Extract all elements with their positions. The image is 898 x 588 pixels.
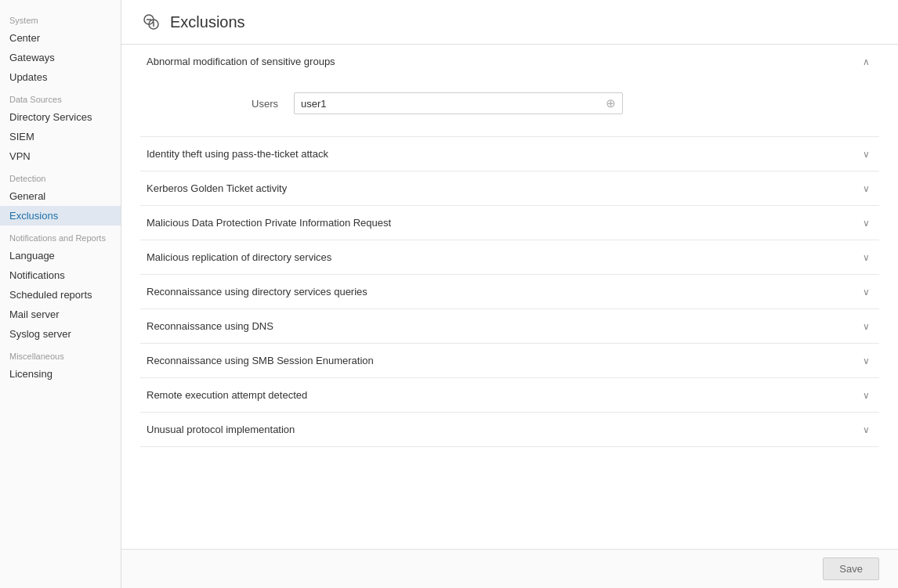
- exclusion-title-malicious-replication: Malicious replication of directory servi…: [147, 251, 331, 263]
- chevron-icon-remote-execution: ∨: [860, 390, 873, 401]
- exclusion-row-recon-smb: Reconnaissance using SMB Session Enumera…: [140, 344, 879, 378]
- exclusion-title-recon-dns: Reconnaissance using DNS: [147, 320, 273, 332]
- exclusion-header-remote-execution[interactable]: Remote execution attempt detected∨: [140, 378, 879, 412]
- exclusion-title-recon-directory-queries: Reconnaissance using directory services …: [147, 286, 368, 298]
- exclusions-icon: [140, 11, 162, 33]
- exclusion-header-identity-theft[interactable]: Identity theft using pass-the-ticket att…: [140, 137, 879, 171]
- exclusion-header-abnormal-modification[interactable]: Abnormal modification of sensitive group…: [140, 45, 879, 78]
- chevron-icon-identity-theft: ∨: [860, 149, 873, 160]
- exclusion-header-recon-dns[interactable]: Reconnaissance using DNS∨: [140, 309, 879, 343]
- exclusion-header-kerberos-golden[interactable]: Kerberos Golden Ticket activity∨: [140, 171, 879, 205]
- page-title: Exclusions: [170, 13, 245, 31]
- sidebar-item-vpn[interactable]: VPN: [0, 146, 121, 166]
- exclusion-title-identity-theft: Identity theft using pass-the-ticket att…: [147, 148, 328, 160]
- sidebar-item-exclusions[interactable]: Exclusions: [0, 206, 121, 225]
- exclusion-row-kerberos-golden: Kerberos Golden Ticket activity∨: [140, 171, 879, 206]
- sidebar-section-label: Notifications and Reports: [0, 225, 121, 246]
- sidebar-item-licensing[interactable]: Licensing: [0, 364, 121, 384]
- sidebar-item-notifications[interactable]: Notifications: [0, 265, 121, 285]
- chevron-icon-unusual-protocol: ∨: [860, 424, 873, 435]
- chevron-icon-recon-smb: ∨: [860, 355, 873, 366]
- content-area: Abnormal modification of sensitive group…: [121, 45, 898, 549]
- exclusion-header-malicious-replication[interactable]: Malicious replication of directory servi…: [140, 240, 879, 274]
- exclusion-row-abnormal-modification: Abnormal modification of sensitive group…: [140, 45, 879, 137]
- exclusion-header-recon-directory-queries[interactable]: Reconnaissance using directory services …: [140, 275, 879, 308]
- sidebar-item-mail-server[interactable]: Mail server: [0, 305, 121, 324]
- field-label-users: Users: [153, 98, 294, 110]
- sidebar: SystemCenterGatewaysUpdatesData SourcesD…: [0, 0, 121, 588]
- sidebar-item-siem[interactable]: SIEM: [0, 127, 121, 146]
- field-input-add-icon[interactable]: ⊕: [606, 96, 616, 110]
- exclusion-expanded-abnormal-modification: Usersuser1⊕: [140, 78, 879, 136]
- field-input-wrap-users[interactable]: user1⊕: [294, 92, 623, 114]
- exclusion-title-remote-execution: Remote execution attempt detected: [147, 389, 307, 401]
- exclusion-title-abnormal-modification: Abnormal modification of sensitive group…: [147, 56, 335, 67]
- sidebar-item-syslog-server[interactable]: Syslog server: [0, 324, 121, 344]
- sidebar-item-center[interactable]: Center: [0, 28, 121, 48]
- main-content: Exclusions Abnormal modification of sens…: [121, 0, 898, 588]
- chevron-icon-abnormal-modification: ∧: [860, 56, 873, 67]
- exclusion-title-recon-smb: Reconnaissance using SMB Session Enumera…: [147, 355, 374, 366]
- sidebar-item-gateways[interactable]: Gateways: [0, 48, 121, 67]
- field-input-value-users: user1: [301, 98, 606, 110]
- exclusion-row-unusual-protocol: Unusual protocol implementation∨: [140, 413, 879, 447]
- chevron-icon-recon-directory-queries: ∨: [860, 287, 873, 298]
- exclusion-header-recon-smb[interactable]: Reconnaissance using SMB Session Enumera…: [140, 344, 879, 377]
- field-row-users: Usersuser1⊕: [140, 86, 879, 121]
- exclusion-row-malicious-data-protection: Malicious Data Protection Private Inform…: [140, 206, 879, 240]
- exclusion-row-identity-theft: Identity theft using pass-the-ticket att…: [140, 137, 879, 171]
- exclusion-row-recon-dns: Reconnaissance using DNS∨: [140, 309, 879, 344]
- sidebar-section-label: Detection: [0, 166, 121, 186]
- page-header: Exclusions: [121, 0, 898, 45]
- chevron-icon-malicious-data-protection: ∨: [860, 218, 873, 229]
- exclusion-row-recon-directory-queries: Reconnaissance using directory services …: [140, 275, 879, 309]
- sidebar-section-label: System: [0, 8, 121, 28]
- chevron-icon-malicious-replication: ∨: [860, 252, 873, 263]
- chevron-icon-recon-dns: ∨: [860, 321, 873, 332]
- exclusion-header-unusual-protocol[interactable]: Unusual protocol implementation∨: [140, 413, 879, 446]
- sidebar-item-scheduled-reports[interactable]: Scheduled reports: [0, 285, 121, 305]
- sidebar-section-label: Miscellaneous: [0, 344, 121, 364]
- sidebar-section-label: Data Sources: [0, 87, 121, 107]
- chevron-icon-kerberos-golden: ∨: [860, 183, 873, 194]
- footer: Save: [121, 549, 898, 588]
- sidebar-item-updates[interactable]: Updates: [0, 67, 121, 87]
- sidebar-item-general[interactable]: General: [0, 186, 121, 206]
- exclusion-row-remote-execution: Remote execution attempt detected∨: [140, 378, 879, 413]
- sidebar-item-directory-services[interactable]: Directory Services: [0, 107, 121, 127]
- exclusion-title-malicious-data-protection: Malicious Data Protection Private Inform…: [147, 217, 391, 229]
- exclusion-title-kerberos-golden: Kerberos Golden Ticket activity: [147, 182, 287, 194]
- save-button[interactable]: Save: [823, 557, 879, 580]
- exclusion-row-malicious-replication: Malicious replication of directory servi…: [140, 240, 879, 275]
- exclusion-header-malicious-data-protection[interactable]: Malicious Data Protection Private Inform…: [140, 206, 879, 240]
- exclusion-title-unusual-protocol: Unusual protocol implementation: [147, 424, 295, 435]
- sidebar-item-language[interactable]: Language: [0, 246, 121, 265]
